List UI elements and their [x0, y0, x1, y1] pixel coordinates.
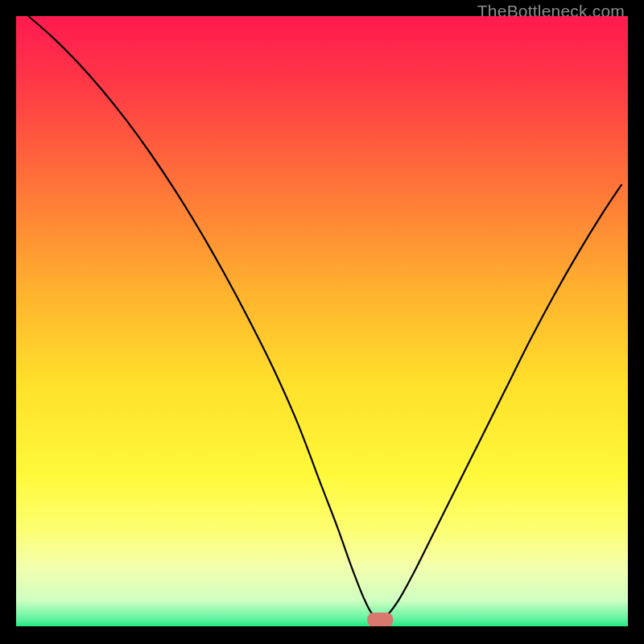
chart-frame: [16, 16, 628, 628]
bottleneck-chart: [16, 16, 628, 628]
chart-background: [16, 16, 628, 628]
optimal-marker: [367, 613, 393, 627]
